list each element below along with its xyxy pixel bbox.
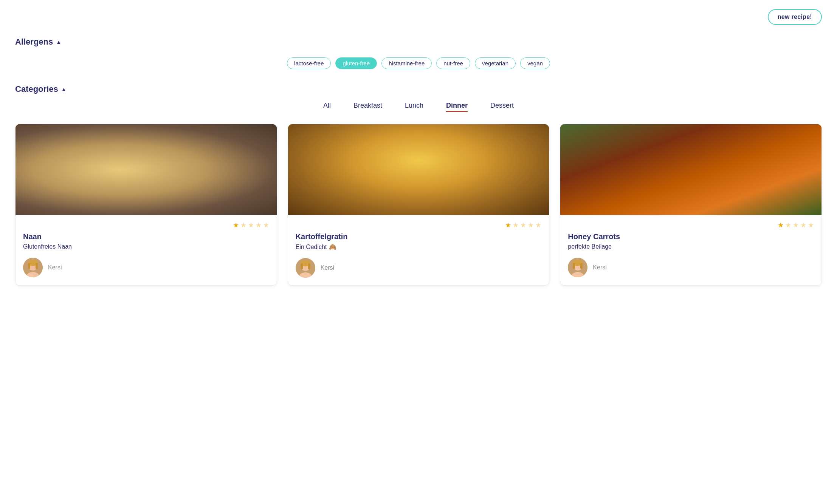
author-name-naan: Kersi — [48, 264, 62, 271]
svg-point-38 — [724, 124, 794, 163]
tab-lunch[interactable]: Lunch — [405, 102, 423, 112]
svg-rect-33 — [301, 263, 303, 269]
svg-point-44 — [646, 201, 736, 215]
recipe-title-naan: Naan — [23, 232, 269, 241]
recipe-card-body-kartoffelgratin: ★ ★ ★ ★ ★ Kartoffelgratin Ein Gedicht 🙈 — [288, 215, 549, 285]
svg-point-20 — [339, 124, 441, 198]
star-3[interactable]: ★ — [793, 221, 799, 229]
recipe-title-honey-carrots: Honey Carrots — [568, 232, 814, 241]
subtitle-emoji-kartoffelgratin: 🙈 — [329, 243, 336, 250]
svg-rect-34 — [308, 263, 310, 269]
recipe-rating-honey-carrots: ★ ★ ★ ★ ★ — [568, 221, 814, 229]
recipe-subtitle-naan: Glutenfreies Naan — [23, 243, 269, 250]
star-1[interactable]: ★ — [233, 221, 239, 229]
recipe-card-naan[interactable]: ★ ★ ★ ★ ★ Naan Glutenfreies Naan — [15, 124, 277, 286]
categories-header: Categories ▲ — [15, 84, 822, 94]
recipe-author-kartoffelgratin: Kersi — [296, 258, 542, 278]
tab-dinner[interactable]: Dinner — [446, 102, 468, 112]
svg-point-26 — [450, 162, 455, 166]
svg-point-24 — [428, 154, 432, 157]
svg-rect-17 — [288, 124, 549, 215]
recipe-image-kartoffelgratin — [288, 124, 549, 215]
star-1[interactable]: ★ — [505, 221, 511, 229]
author-name-kartoffelgratin: Kersi — [321, 264, 334, 271]
star-2[interactable]: ★ — [513, 221, 519, 229]
svg-rect-0 — [16, 124, 277, 215]
svg-point-6 — [118, 134, 140, 148]
svg-point-39 — [655, 124, 716, 149]
recipe-author-honey-carrots: Kersi — [568, 258, 814, 277]
tag-vegan[interactable]: vegan — [520, 57, 550, 69]
svg-point-36 — [566, 141, 816, 215]
allergens-header: Allergens ▲ — [15, 37, 822, 47]
svg-point-37 — [579, 124, 655, 179]
svg-rect-42 — [603, 198, 779, 215]
recipe-subtitle-honey-carrots: perfekte Beilage — [568, 243, 814, 250]
svg-point-5 — [67, 134, 100, 160]
star-5[interactable]: ★ — [535, 221, 541, 229]
author-avatar-honey-carrots — [568, 258, 587, 277]
svg-point-1 — [38, 175, 220, 215]
tag-vegetarian[interactable]: vegetarian — [475, 57, 516, 69]
svg-point-22 — [367, 158, 470, 204]
svg-point-3 — [50, 146, 197, 193]
recipe-author-naan: Kersi — [23, 258, 269, 277]
categories-title: Categories — [15, 84, 58, 94]
svg-point-27 — [417, 139, 420, 143]
svg-point-18 — [305, 124, 532, 215]
star-4[interactable]: ★ — [800, 221, 806, 229]
categories-caret[interactable]: ▲ — [61, 86, 67, 92]
star-3[interactable]: ★ — [248, 221, 254, 229]
star-1[interactable]: ★ — [778, 221, 784, 229]
svg-rect-40 — [605, 168, 777, 199]
recipe-card-body-honey-carrots: ★ ★ ★ ★ ★ Honey Carrots perfekte Beilage — [560, 215, 822, 285]
star-2[interactable]: ★ — [785, 221, 791, 229]
recipe-image-honey-carrots — [560, 124, 822, 215]
star-4[interactable]: ★ — [256, 221, 262, 229]
author-avatar-kartoffelgratin — [296, 258, 315, 278]
allergens-caret[interactable]: ▲ — [56, 39, 61, 45]
svg-rect-15 — [28, 263, 30, 269]
svg-rect-49 — [573, 263, 575, 269]
star-5[interactable]: ★ — [808, 221, 814, 229]
svg-point-28 — [299, 195, 538, 215]
svg-point-4 — [53, 134, 189, 177]
allergens-section: Allergens ▲ lactose-free gluten-free his… — [15, 37, 822, 72]
recipe-rating-naan: ★ ★ ★ ★ ★ — [23, 221, 269, 229]
star-3[interactable]: ★ — [520, 221, 526, 229]
star-2[interactable]: ★ — [240, 221, 246, 229]
star-5[interactable]: ★ — [263, 221, 269, 229]
svg-rect-8 — [186, 124, 276, 215]
recipe-card-body-naan: ★ ★ ★ ★ ★ Naan Glutenfreies Naan — [16, 215, 277, 285]
author-avatar-naan — [23, 258, 43, 277]
tab-all[interactable]: All — [323, 102, 331, 112]
svg-point-19 — [316, 124, 521, 215]
tag-nut-free[interactable]: nut-free — [436, 57, 470, 69]
svg-point-23 — [399, 145, 404, 149]
recipe-subtitle-kartoffelgratin: Ein Gedicht 🙈 — [296, 243, 542, 250]
tag-lactose-free[interactable]: lactose-free — [287, 57, 331, 69]
svg-rect-16 — [36, 263, 38, 269]
allergens-title: Allergens — [15, 37, 53, 47]
tab-dessert[interactable]: Dessert — [490, 102, 514, 112]
top-bar: new recipe! — [15, 9, 822, 25]
recipe-title-kartoffelgratin: Kartoffelgratin — [296, 232, 542, 241]
recipe-rating-kartoffelgratin: ★ ★ ★ ★ ★ — [296, 221, 542, 229]
tag-histamine-free[interactable]: histamine-free — [381, 57, 432, 69]
tag-gluten-free[interactable]: gluten-free — [335, 57, 377, 69]
svg-rect-43 — [617, 171, 765, 188]
new-recipe-button[interactable]: new recipe! — [768, 9, 822, 25]
tab-breakfast[interactable]: Breakfast — [353, 102, 382, 112]
categories-section: Categories ▲ All Breakfast Lunch Dinner … — [15, 84, 822, 112]
category-tabs-container: All Breakfast Lunch Dinner Dessert — [15, 102, 822, 112]
svg-rect-50 — [580, 263, 583, 269]
svg-rect-9 — [197, 124, 276, 215]
svg-point-25 — [388, 168, 392, 171]
recipe-card-kartoffelgratin[interactable]: ★ ★ ★ ★ ★ Kartoffelgratin Ein Gedicht 🙈 — [288, 124, 550, 286]
svg-point-7 — [94, 150, 119, 167]
recipe-card-honey-carrots[interactable]: ★ ★ ★ ★ ★ Honey Carrots perfekte Beilage — [560, 124, 822, 286]
svg-rect-35 — [560, 124, 822, 215]
star-4[interactable]: ★ — [528, 221, 534, 229]
recipe-image-naan — [16, 124, 277, 215]
svg-point-2 — [38, 161, 197, 212]
